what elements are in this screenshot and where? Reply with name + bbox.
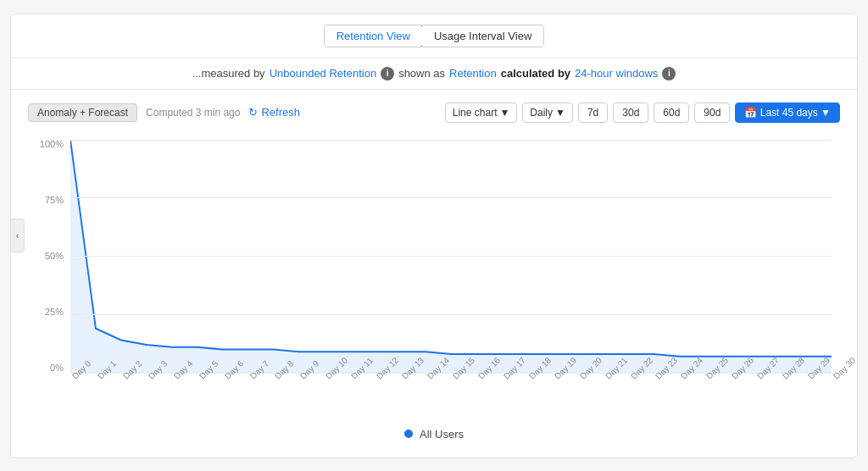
legend: All Users — [28, 428, 840, 441]
y-label-100: 100% — [40, 140, 64, 149]
y-label-0: 0% — [50, 363, 64, 373]
chart-controls-right: Line chart ▼ Daily ▼ 7d 30d 60d 90d 📅 La… — [445, 103, 840, 123]
y-axis: 100% 75% 50% 25% 0% — [28, 140, 70, 373]
legend-all-users-label: All Users — [420, 428, 464, 441]
x-axis: Day 0Day 1Day 2Day 3Day 4Day 5Day 6Day 7… — [70, 373, 832, 419]
btn-last45[interactable]: 📅 Last 45 days ▼ — [735, 103, 840, 123]
view-toggle: Retention View Usage Interval View — [324, 25, 545, 47]
sidebar-arrow[interactable]: ‹ — [11, 219, 25, 252]
chevron-down-icon: ▼ — [499, 107, 509, 119]
computed-text: Computed 3 min ago — [146, 107, 240, 119]
line-chart-select[interactable]: Line chart ▼ — [445, 103, 518, 123]
grid-line-100 — [70, 140, 832, 141]
chart-controls-left: Anomaly + Forecast Computed 3 min ago ↻ … — [28, 103, 300, 122]
retention-link[interactable]: Retention — [449, 67, 497, 80]
y-label-75: 75% — [45, 196, 64, 205]
legend-dot-all-users — [404, 429, 413, 438]
grid-line-25 — [70, 314, 832, 315]
anomaly-badge: Anomaly + Forecast — [28, 103, 137, 122]
btn-30d[interactable]: 30d — [613, 103, 648, 123]
shown-as-label: shown as — [398, 67, 445, 80]
y-label-25: 25% — [45, 308, 64, 317]
refresh-icon: ↻ — [248, 106, 258, 119]
window-info-icon[interactable]: i — [662, 67, 676, 80]
chart-area — [70, 140, 832, 373]
calculated-by-label: calculated by — [501, 67, 570, 80]
retention-view-button[interactable]: Retention View — [324, 25, 423, 47]
chevron-down-icon-3: ▼ — [821, 107, 831, 119]
window-link[interactable]: 24-hour windows — [575, 67, 658, 80]
x-label: Day 30 — [832, 355, 857, 380]
grid-line-50 — [70, 256, 832, 257]
y-label-50: 50% — [45, 252, 64, 261]
daily-select[interactable]: Daily ▼ — [522, 103, 573, 123]
usage-interval-view-button[interactable]: Usage Interval View — [422, 25, 543, 47]
chart-wrapper: 100% 75% 50% 25% 0% Day 0Day 1Day 2D — [28, 136, 840, 424]
btn-60d[interactable]: 60d — [654, 103, 689, 123]
unbounded-retention-link[interactable]: Unbounded Retention — [270, 67, 377, 80]
chevron-down-icon-2: ▼ — [555, 107, 565, 119]
refresh-button[interactable]: ↻ Refresh — [248, 106, 300, 119]
btn-7d[interactable]: 7d — [578, 103, 608, 123]
chart-section: Anomaly + Forecast Computed 3 min ago ↻ … — [11, 90, 857, 457]
unbounded-info-icon[interactable]: i — [381, 67, 394, 80]
calendar-icon: 📅 — [744, 107, 757, 119]
chart-controls: Anomaly + Forecast Computed 3 min ago ↻ … — [28, 103, 840, 123]
measured-by-label: ...measured by — [192, 67, 265, 80]
grid-line-75 — [70, 197, 832, 198]
btn-90d[interactable]: 90d — [694, 103, 730, 123]
top-bar: Retention View Usage Interval View — [11, 14, 857, 58]
sub-bar: ...measured by Unbounded Retention i sho… — [11, 58, 857, 90]
